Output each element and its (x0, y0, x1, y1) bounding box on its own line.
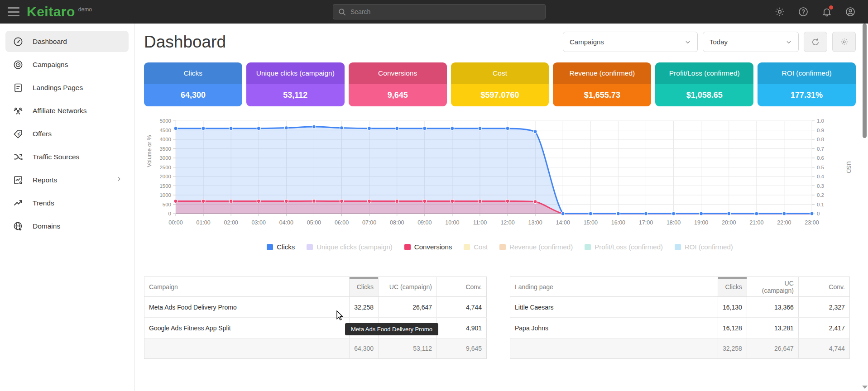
main-content: Dashboard Campaigns Today Clicks64,300Un (134, 24, 868, 391)
metric-card-unique-clicks-campaign-[interactable]: Unique clicks (campaign)53,112 (246, 62, 345, 106)
column-header-clicks[interactable]: Clicks (350, 277, 379, 297)
svg-text:4000: 4000 (159, 137, 171, 142)
legend-label: Clicks (277, 243, 295, 251)
column-header-conv-[interactable]: Conv. (437, 277, 487, 297)
user-icon[interactable] (845, 6, 856, 17)
metric-card-cost[interactable]: Cost$597.0760 (451, 62, 549, 106)
topbar: Keitaro demo (0, 0, 868, 24)
topbar-actions (774, 0, 856, 24)
chevron-down-icon (685, 39, 691, 45)
table-cell: 4,901 (437, 318, 487, 339)
sidebar-item-offers[interactable]: $Offers (5, 123, 129, 144)
scrollbar-down-arrow[interactable] (862, 386, 868, 389)
column-header-uc-campaign-[interactable]: UC (campaign) (379, 277, 437, 297)
svg-text:1.0: 1.0 (817, 118, 824, 124)
svg-text:0.7: 0.7 (817, 146, 824, 152)
sidebar-item-label: Dashboard (33, 38, 67, 46)
traffic-icon (13, 152, 24, 162)
svg-text:3500: 3500 (159, 146, 171, 152)
legend-item-conversions[interactable]: Conversions (404, 243, 452, 251)
metric-card-label: Cost (451, 62, 549, 84)
sidebar-item-campaigns[interactable]: Campaigns (5, 54, 129, 75)
dashboard-settings-button[interactable] (832, 32, 856, 52)
metric-card-revenue-confirmed-[interactable]: Revenue (confirmed)$1,655.73 (553, 62, 651, 106)
table-row[interactable]: Little Caesars16,13013,3662,327 (510, 297, 850, 318)
svg-text:$: $ (18, 132, 20, 136)
svg-text:06:00: 06:00 (335, 219, 349, 226)
legend-item-clicks[interactable]: Clicks (267, 243, 295, 251)
table-row[interactable]: Papa Johns16,12813,2812,417 (510, 318, 850, 339)
svg-text:21:00: 21:00 (749, 219, 763, 226)
table-cell: 2,327 (798, 297, 849, 318)
daterange-select[interactable]: Today (703, 32, 799, 52)
column-header-landing-page[interactable]: Landing page (510, 277, 718, 297)
svg-text:USD: USD (845, 161, 852, 173)
dashboard-controls: Campaigns Today (563, 32, 856, 52)
svg-text:4500: 4500 (159, 128, 171, 133)
menu-icon[interactable] (8, 7, 19, 16)
table-row[interactable]: Meta Ads Food Delivery Promo32,25826,647… (144, 297, 487, 318)
legend-item-cost[interactable]: Cost (464, 243, 488, 251)
metric-card-value: 177.31% (758, 84, 856, 106)
table-cell: Meta Ads Food Delivery Promo (144, 297, 350, 318)
refresh-icon (811, 38, 820, 47)
legend-item-roi-confirmed-[interactable]: ROI (confirmed) (675, 243, 733, 251)
sidebar-item-trends[interactable]: Trends (5, 192, 129, 214)
sidebar-item-landings-pages[interactable]: Landings Pages (5, 77, 129, 98)
svg-text:17:00: 17:00 (639, 219, 653, 226)
metric-cards: Clicks64,300Unique clicks (campaign)53,1… (144, 62, 856, 106)
metric-card-value: $597.0760 (451, 84, 549, 106)
metric-card-roi-confirmed-[interactable]: ROI (confirmed)177.31% (758, 62, 856, 106)
landings-table: Landing pageClicksUC (campaign)Conv.Litt… (510, 277, 850, 359)
bell-icon[interactable] (821, 6, 832, 17)
search-input[interactable] (350, 8, 541, 15)
page-scrollbar[interactable] (862, 24, 868, 391)
sidebar-item-label: Offers (33, 130, 52, 138)
sidebar-item-dashboard[interactable]: Dashboard (5, 31, 129, 52)
total-cell: 26,647 (747, 339, 798, 359)
env-label: demo (78, 6, 92, 13)
metric-card-conversions[interactable]: Conversions9,645 (349, 62, 447, 106)
sidebar-item-affiliate-networks[interactable]: Affiliate Networks (5, 100, 129, 121)
domains-icon (13, 221, 24, 232)
column-header-clicks[interactable]: Clicks (718, 277, 747, 297)
chevron-down-icon (786, 39, 792, 45)
metric-card-clicks[interactable]: Clicks64,300 (144, 62, 242, 106)
help-icon[interactable] (798, 6, 809, 17)
table-cell: 13,281 (747, 318, 798, 339)
metric-card-value: $1,058.65 (655, 84, 753, 106)
legend-swatch (675, 244, 681, 250)
svg-text:0.6: 0.6 (817, 155, 824, 161)
sidebar-item-label: Domains (33, 222, 60, 230)
legend-item-unique-clicks-campaign-[interactable]: Unique clicks (campaign) (307, 243, 393, 251)
column-header-conv-[interactable]: Conv. (798, 277, 849, 297)
gear-icon[interactable] (774, 6, 785, 17)
sidebar-item-reports[interactable]: Reports (5, 169, 129, 191)
svg-text:22:00: 22:00 (777, 219, 791, 226)
sidebar-item-traffic-sources[interactable]: Traffic Sources (5, 146, 129, 167)
column-header-uc-campaign-[interactable]: UC (campaign) (747, 277, 798, 297)
legend-item-revenue-confirmed-[interactable]: Revenue (confirmed) (499, 243, 573, 251)
totals-row: 32,25826,6474,744 (510, 339, 850, 359)
svg-text:3000: 3000 (159, 155, 171, 161)
grouping-select[interactable]: Campaigns (563, 32, 698, 52)
scrollbar-thumb[interactable] (863, 24, 867, 138)
svg-text:0.3: 0.3 (817, 183, 824, 189)
svg-text:1500: 1500 (159, 183, 171, 189)
svg-text:0.4: 0.4 (817, 174, 825, 179)
app-logo[interactable]: Keitaro (27, 4, 75, 19)
column-header-campaign[interactable]: Campaign (144, 277, 350, 297)
line-chart-canvas: 0500100015002000250030003500400045005000… (144, 116, 853, 229)
metric-card-profit-loss-confirmed-[interactable]: Profit/Loss (confirmed)$1,058.65 (655, 62, 753, 106)
svg-text:09:00: 09:00 (417, 219, 432, 226)
legend-item-profit-loss-confirmed-[interactable]: Profit/Loss (confirmed) (585, 243, 663, 251)
row-tooltip: Meta Ads Food Delivery Promo (345, 323, 438, 335)
svg-text:2500: 2500 (159, 165, 171, 170)
metric-card-label: Conversions (349, 62, 447, 84)
sidebar-item-domains[interactable]: Domains (5, 215, 129, 237)
search-box[interactable] (333, 4, 546, 19)
refresh-button[interactable] (804, 32, 827, 52)
summary-tables: CampaignClicksUC (campaign)Conv.Meta Ads… (144, 277, 856, 359)
table-cell: 26,647 (379, 297, 437, 318)
svg-text:00:00: 00:00 (168, 219, 182, 226)
